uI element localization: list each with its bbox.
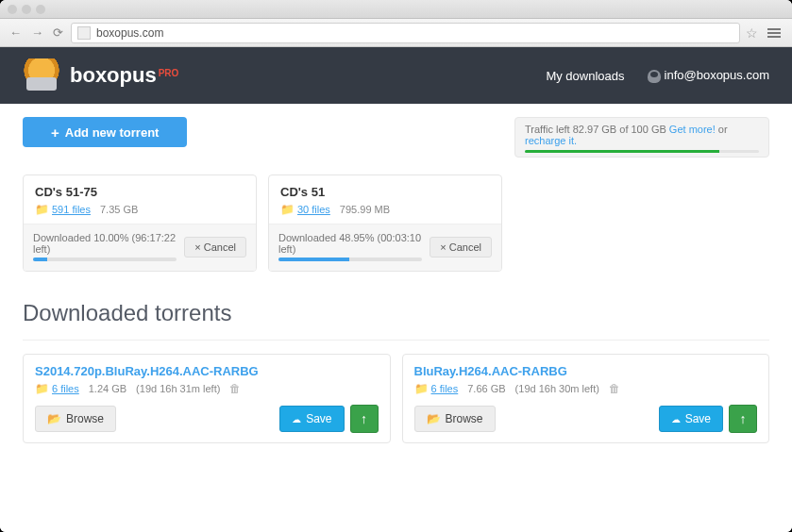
torrent-title: CD's 51 <box>280 185 490 199</box>
torrent-card: CD's 51 📁30 files 795.99 MB Downloaded 4… <box>268 175 502 272</box>
traffic-bar <box>525 150 759 153</box>
downloaded-card: S2014.720p.BluRay.H264.AAC-RARBG 📁6 file… <box>23 354 391 443</box>
progress-bar <box>33 258 177 261</box>
files-link[interactable]: 30 files <box>297 204 330 215</box>
downloaded-expiry: (19d 16h 30m left) <box>515 383 599 394</box>
torrent-size: 7.35 GB <box>100 204 138 215</box>
downloaded-card: BluRay.H264.AAC-RARBG 📁6 files 7.66 GB (… <box>402 354 770 443</box>
save-label: Save <box>685 412 711 425</box>
cancel-button[interactable]: × Cancel <box>430 237 492 258</box>
progress-fill <box>33 258 47 261</box>
folder-open-icon: 📂 <box>47 412 61 425</box>
cancel-button[interactable]: × Cancel <box>184 237 246 258</box>
browse-button[interactable]: 📂Browse <box>35 406 116 432</box>
window-titlebar <box>0 0 792 19</box>
nav-my-downloads[interactable]: My downloads <box>546 69 624 83</box>
files-link[interactable]: 6 files <box>431 383 459 394</box>
arrow-up-icon: ↑ <box>740 411 747 426</box>
files-link[interactable]: 6 files <box>52 383 79 394</box>
traffic-status: Traffic left 82.97 GB of 100 GB Get more… <box>514 117 769 158</box>
save-label: Save <box>306 412 331 425</box>
page-favicon-icon <box>77 26 91 40</box>
browser-window: ← → ⟳ boxopus.com ☆ boxopusPRO My downlo… <box>0 0 792 532</box>
bookmark-icon[interactable]: ☆ <box>746 25 758 41</box>
downloaded-size: 7.66 GB <box>467 383 505 394</box>
browse-label: Browse <box>446 412 483 425</box>
save-button[interactable]: Save <box>279 406 344 432</box>
pro-badge: PRO <box>159 68 179 78</box>
reload-icon[interactable]: ⟳ <box>51 25 65 40</box>
folder-icon: 📁 <box>414 382 429 395</box>
get-more-link[interactable]: Get more! <box>669 124 716 135</box>
torrent-size: 795.99 MB <box>340 204 390 215</box>
trash-icon[interactable]: 🗑 <box>609 382 620 395</box>
folder-icon: 📁 <box>280 203 295 216</box>
downloaded-title[interactable]: S2014.720p.BluRay.H264.AAC-RARBG <box>35 364 379 378</box>
cloud-download-icon <box>671 412 682 425</box>
octopus-logo-icon <box>23 58 60 92</box>
traffic-or: or <box>716 124 728 135</box>
folder-icon: 📁 <box>35 203 49 216</box>
section-heading: Downloaded torrents <box>23 300 769 326</box>
torrent-card: CD's 51-75 📁591 files 7.35 GB Downloaded… <box>23 175 257 272</box>
arrow-up-icon: ↑ <box>361 411 367 426</box>
traffic-text: Traffic left 82.97 GB of 100 GB <box>525 124 669 135</box>
user-email: info@boxopus.com <box>665 68 769 82</box>
add-new-torrent-label: Add new torrent <box>65 125 160 140</box>
address-bar[interactable]: boxopus.com <box>71 23 740 43</box>
browser-toolbar: ← → ⟳ boxopus.com ☆ <box>0 19 792 47</box>
window-minimize-icon[interactable] <box>22 5 31 14</box>
downloaded-expiry: (19d 16h 31m left) <box>136 383 220 394</box>
cloud-download-icon <box>292 412 302 425</box>
brand-logo[interactable]: boxopusPRO <box>23 58 178 92</box>
window-maximize-icon[interactable] <box>36 5 45 14</box>
progress-label: Downloaded 10.00% (96:17:22 left) <box>33 232 177 255</box>
plus-icon: + <box>51 125 59 141</box>
add-new-torrent-button[interactable]: + Add new torrent <box>23 117 187 147</box>
back-icon[interactable]: ← <box>8 25 24 40</box>
app-header: boxopusPRO My downloads info@boxopus.com <box>0 47 792 104</box>
downloading-list: CD's 51-75 📁591 files 7.35 GB Downloaded… <box>23 175 769 272</box>
recharge-link[interactable]: recharge it. <box>525 135 577 146</box>
browser-menu-icon[interactable] <box>764 28 784 38</box>
downloaded-list: S2014.720p.BluRay.H264.AAC-RARBG 📁6 file… <box>23 354 769 443</box>
traffic-bar-fill <box>525 150 719 153</box>
save-button[interactable]: Save <box>659 406 723 432</box>
browse-label: Browse <box>66 412 104 425</box>
forward-icon[interactable]: → <box>29 25 45 40</box>
progress-label: Downloaded 48.95% (00:03:10 left) <box>278 232 422 255</box>
torrent-title: CD's 51-75 <box>35 185 244 199</box>
folder-open-icon: 📂 <box>427 412 441 425</box>
user-icon <box>648 70 661 83</box>
brand-name: boxopus <box>70 63 157 87</box>
trash-icon[interactable]: 🗑 <box>229 382 241 395</box>
upload-button[interactable]: ↑ <box>729 405 757 433</box>
progress-fill <box>278 258 349 261</box>
window-close-icon[interactable] <box>8 5 17 14</box>
divider <box>23 340 769 341</box>
progress-bar <box>278 258 422 261</box>
browse-button[interactable]: 📂Browse <box>414 406 496 432</box>
url-text: boxopus.com <box>96 26 163 40</box>
folder-icon: 📁 <box>35 382 49 395</box>
downloaded-title[interactable]: BluRay.H264.AAC-RARBG <box>414 364 758 378</box>
downloaded-size: 1.24 GB <box>89 383 126 394</box>
files-link[interactable]: 591 files <box>52 204 91 215</box>
main-content: + Add new torrent Traffic left 82.97 GB … <box>0 104 792 532</box>
nav-user[interactable]: info@boxopus.com <box>648 68 769 83</box>
upload-button[interactable]: ↑ <box>350 405 379 433</box>
